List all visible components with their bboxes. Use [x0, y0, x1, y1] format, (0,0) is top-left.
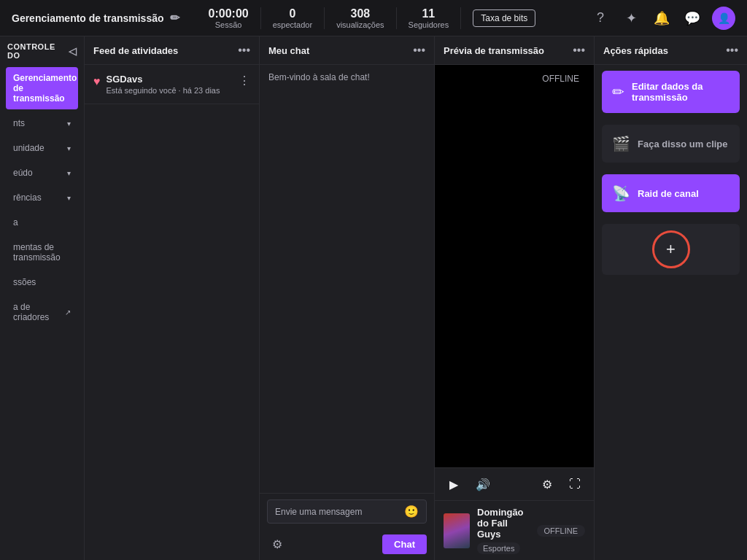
- stat-session: 0:00:00 Sessão: [197, 7, 261, 29]
- chat-footer: ⚙ Chat: [260, 529, 434, 560]
- notification-bell-icon[interactable]: 🔔: [651, 7, 673, 29]
- edit-icon[interactable]: ✏: [170, 11, 179, 25]
- page-title: Gerenciamento de transmissão: [12, 12, 164, 24]
- activity-feed-header: Feed de atividades •••: [85, 36, 259, 65]
- sidebar-item-preferences-label: rências: [13, 192, 42, 203]
- chevron-down-icon: ▾: [67, 144, 71, 152]
- chat-welcome-message: Bem-vindo à sala de chat!: [268, 72, 425, 82]
- stream-options-button[interactable]: •••: [573, 44, 585, 57]
- fullscreen-icon[interactable]: ⛶: [565, 474, 585, 494]
- chat-icon[interactable]: 💬: [681, 7, 703, 29]
- stream-tags: Esportes: [477, 542, 530, 554]
- game-thumbnail-image: [444, 513, 470, 548]
- topbar: Gerenciamento de transmissão ✏ 0:00:00 S…: [0, 0, 747, 36]
- sidebar-item-content[interactable]: eúdo ▾: [6, 162, 78, 184]
- quick-actions-panel: Ações rápidas ••• ✏ Editar dados da tran…: [594, 36, 747, 560]
- stat-followers-label: Seguidores: [409, 20, 449, 29]
- chat-panel-header: Meu chat •••: [260, 36, 434, 65]
- stream-preview-area: OFFLINE: [435, 65, 594, 467]
- chat-message-input[interactable]: [275, 507, 404, 517]
- clip-icon: 🎬: [612, 135, 630, 152]
- chat-options-button[interactable]: •••: [413, 44, 425, 57]
- activity-sub-text: Está seguindo você · há 23 dias: [107, 86, 233, 95]
- settings-icon[interactable]: ⚙: [537, 474, 557, 494]
- sidebar-item-creators[interactable]: a de criadores ↗: [6, 296, 78, 328]
- offline-badge: OFFLINE: [536, 72, 585, 85]
- volume-icon[interactable]: 🔊: [473, 474, 493, 494]
- activity-user-name: SGDavs: [107, 74, 233, 85]
- activity-feed-title: Feed de atividades: [93, 45, 178, 56]
- edit-broadcast-button[interactable]: ✏ Editar dados da transmissão: [602, 71, 740, 113]
- left-sidebar: CONTROLE DO ◁ Gerenciamento de transmiss…: [0, 36, 85, 560]
- sidebar-active-label: Gerenciamento de transmissão: [13, 73, 77, 104]
- sidebar-item-a[interactable]: a: [6, 211, 78, 233]
- edit-broadcast-label: Editar dados da transmissão: [632, 81, 729, 103]
- bits-rate-button[interactable]: Taxa de bits: [473, 9, 535, 27]
- sidebar-header: CONTROLE DO ◁: [0, 36, 84, 66]
- activity-content: SGDavs Está seguindo você · há 23 dias: [107, 74, 233, 95]
- stat-bits[interactable]: Taxa de bits: [461, 9, 547, 27]
- heart-icon: ♥: [93, 75, 101, 88]
- emoji-picker-icon[interactable]: 🙂: [404, 505, 419, 518]
- stat-followers: 11 Seguidores: [397, 7, 462, 29]
- chat-settings-icon[interactable]: ⚙: [267, 534, 287, 554]
- stream-controls: ▶ 🔊 ⚙ ⛶: [435, 467, 594, 500]
- sidebar-item-tools-label: mentas de transmissão: [13, 242, 71, 262]
- make-clip-label: Faça disso um clipe: [638, 139, 728, 149]
- sidebar-header-label: CONTROLE DO: [7, 42, 69, 60]
- topbar-stats: 0:00:00 Sessão 0 espectador 308 visualiz…: [197, 7, 548, 29]
- stream-tag-esportes[interactable]: Esportes: [477, 542, 520, 554]
- pencil-icon: ✏: [612, 83, 624, 101]
- sidebar-item-active[interactable]: Gerenciamento de transmissão: [6, 67, 78, 109]
- help-icon[interactable]: ?: [589, 7, 611, 29]
- activity-menu-icon[interactable]: ⋮: [239, 74, 250, 88]
- stat-session-value: 0:00:00: [209, 7, 249, 20]
- stream-preview-title: Prévia de transmissão: [444, 45, 544, 56]
- collapse-sidebar-button[interactable]: ◁: [69, 45, 77, 57]
- creator-plus-icon[interactable]: ✦: [620, 7, 642, 29]
- stream-info-content: Domingão do Fall Guys Esportes: [477, 507, 530, 554]
- sidebar-item-community-label: unidade: [13, 143, 44, 153]
- play-button[interactable]: ▶: [444, 474, 464, 494]
- sidebar-item-nts-label: nts: [13, 118, 25, 128]
- activity-feed-options-button[interactable]: •••: [238, 44, 250, 57]
- quick-actions-header: Ações rápidas •••: [595, 36, 747, 65]
- sidebar-item-nts[interactable]: nts ▾: [6, 112, 78, 134]
- sidebar-item-sessions[interactable]: ssões: [6, 271, 78, 293]
- chat-input-area: 🙂: [260, 493, 434, 529]
- chevron-down-icon: ▾: [67, 120, 71, 128]
- chevron-down-icon: ▾: [67, 194, 71, 202]
- stat-views-label: visualizações: [336, 20, 384, 29]
- stat-views: 308 visualizações: [325, 7, 396, 29]
- make-clip-button: 🎬 Faça disso um clipe: [602, 125, 740, 163]
- add-quick-action-button[interactable]: +: [602, 224, 740, 275]
- stat-viewers: 0 espectador: [261, 7, 325, 29]
- raid-channel-button[interactable]: 📡 Raid de canal: [602, 174, 740, 212]
- chat-send-button[interactable]: Chat: [382, 534, 427, 554]
- quick-actions-options-button[interactable]: •••: [726, 44, 738, 57]
- sidebar-item-community[interactable]: unidade ▾: [6, 137, 78, 159]
- stream-right-controls: ⚙ ⛶: [537, 474, 585, 494]
- stream-preview-header: Prévia de transmissão •••: [435, 36, 594, 65]
- center-panels: Feed de atividades ••• ♥ SGDavs Está seg…: [85, 36, 594, 560]
- sidebar-item-tools[interactable]: mentas de transmissão: [6, 236, 78, 268]
- main-layout: CONTROLE DO ◁ Gerenciamento de transmiss…: [0, 36, 747, 560]
- stream-offline-tag: OFFLINE: [537, 525, 585, 537]
- sidebar-creators-label: a de criadores: [13, 302, 65, 322]
- sidebar-item-a-label: a: [13, 217, 18, 228]
- stat-viewers-value: 0: [289, 7, 295, 20]
- topbar-right: ? ✦ 🔔 💬 👤: [589, 7, 735, 30]
- raid-channel-label: Raid de canal: [638, 188, 699, 199]
- stat-viewers-label: espectador: [273, 20, 312, 29]
- raid-icon: 📡: [612, 184, 630, 202]
- add-icon: +: [652, 230, 690, 268]
- activity-item: ♥ SGDavs Está seguindo você · há 23 dias…: [85, 65, 259, 104]
- stat-followers-value: 11: [422, 7, 435, 20]
- stream-game-title: Domingão do Fall Guys: [477, 507, 530, 540]
- external-link-icon: ↗: [65, 308, 71, 316]
- stat-session-label: Sessão: [215, 20, 242, 29]
- stream-preview-panel: Prévia de transmissão ••• OFFLINE ▶ 🔊 ⚙ …: [435, 36, 594, 560]
- sidebar-item-sessions-label: ssões: [13, 277, 36, 287]
- sidebar-item-preferences[interactable]: rências ▾: [6, 187, 78, 209]
- avatar[interactable]: 👤: [712, 7, 735, 30]
